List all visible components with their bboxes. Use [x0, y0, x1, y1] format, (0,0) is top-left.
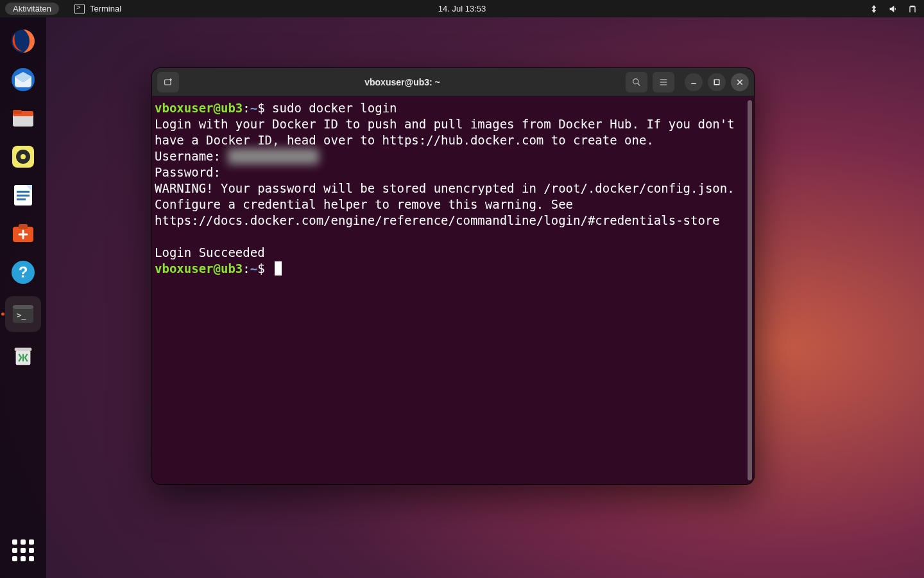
ubuntu-software-icon [10, 220, 37, 247]
network-icon[interactable] [869, 4, 879, 14]
search-icon [631, 77, 642, 87]
search-button[interactable] [626, 72, 647, 92]
output-line: Login with your Docker ID to push and pu… [155, 117, 742, 147]
activities-button[interactable]: Aktivitäten [5, 3, 59, 15]
help-icon: ? [10, 259, 37, 286]
thunderbird-icon [10, 66, 37, 93]
output-line: Login Succeeded [155, 245, 265, 259]
svg-rect-20 [15, 348, 32, 351]
svg-rect-11 [17, 198, 26, 200]
output-line: Configure a credential helper to remove … [155, 197, 573, 211]
prompt-path: ~ [250, 101, 257, 115]
files-icon [10, 105, 37, 132]
output-line: https://docs.docker.com/engine/reference… [155, 213, 720, 227]
dock-item-writer[interactable] [8, 180, 38, 210]
prompt-user: vboxuser@ub3 [155, 261, 243, 276]
dock-item-firefox[interactable] [8, 26, 38, 56]
dock-item-rhythmbox[interactable] [8, 142, 38, 171]
volume-icon[interactable] [888, 4, 898, 14]
firefox-icon [10, 28, 37, 55]
prompt-symbol: $ [257, 261, 264, 276]
prompt-path: ~ [250, 261, 257, 276]
prompt-symbol: $ [257, 101, 264, 115]
libreoffice-writer-icon [10, 182, 37, 209]
show-applications-button[interactable] [8, 536, 38, 565]
svg-rect-10 [17, 195, 30, 197]
svg-rect-21 [165, 80, 171, 85]
dock-item-software[interactable] [8, 219, 38, 249]
window-title: vboxuser@ub3: ~ [184, 77, 620, 87]
hamburger-menu-button[interactable] [653, 72, 674, 92]
new-tab-icon [163, 77, 173, 87]
command-text: sudo docker login [272, 101, 397, 115]
svg-rect-9 [17, 191, 30, 193]
dock-item-terminal[interactable]: >_ [5, 296, 41, 332]
text-cursor [275, 261, 282, 276]
terminal-scrollbar[interactable] [748, 100, 752, 480]
svg-rect-23 [714, 80, 719, 85]
battery-icon[interactable] [907, 4, 918, 14]
svg-point-22 [633, 78, 638, 83]
maximize-icon [713, 78, 721, 86]
close-icon [736, 78, 744, 86]
svg-rect-17 [13, 305, 33, 309]
output-password-label: Password: [155, 165, 221, 179]
svg-point-7 [21, 154, 26, 159]
minimize-icon [690, 78, 697, 86]
output-line: WARNING! Your password will be stored un… [155, 181, 735, 195]
output-username-label: Username: [155, 149, 228, 163]
hamburger-icon [658, 77, 669, 87]
active-app-label: Terminal [90, 4, 121, 13]
terminal-titlebar[interactable]: vboxuser@ub3: ~ [152, 68, 754, 96]
terminal-window: vboxuser@ub3: ~ vboxuser@ub3:~$ sudo doc… [151, 67, 755, 485]
dock-item-files[interactable] [8, 103, 38, 133]
gnome-topbar: Aktivitäten Terminal 14. Jul 13:53 [0, 0, 924, 17]
svg-rect-4 [13, 110, 22, 114]
svg-text:>_: >_ [17, 311, 26, 320]
dock-item-thunderbird[interactable] [8, 65, 38, 94]
trash-icon [10, 343, 36, 369]
clock[interactable]: 14. Jul 13:53 [438, 4, 486, 13]
maximize-button[interactable] [708, 73, 726, 91]
terminal-output[interactable]: vboxuser@ub3:~$ sudo docker login Login … [153, 100, 753, 277]
rhythmbox-icon [10, 143, 37, 170]
dock-item-trash[interactable] [8, 341, 38, 371]
dock: ? >_ [0, 17, 46, 578]
new-tab-button[interactable] [157, 72, 179, 92]
system-tray[interactable] [869, 4, 918, 14]
terminal-icon [74, 4, 85, 14]
minimize-button[interactable] [685, 73, 703, 91]
redacted-username: ████████████ [228, 148, 318, 164]
svg-text:?: ? [19, 263, 28, 281]
active-app-indicator[interactable]: Terminal [74, 4, 121, 14]
svg-rect-13 [19, 224, 28, 229]
prompt-user: vboxuser@ub3 [155, 101, 243, 115]
terminal-app-icon: >_ [10, 301, 37, 328]
terminal-body[interactable]: vboxuser@ub3:~$ sudo docker login Login … [152, 96, 754, 484]
dock-item-help[interactable]: ? [8, 258, 38, 287]
close-button[interactable] [731, 73, 749, 91]
